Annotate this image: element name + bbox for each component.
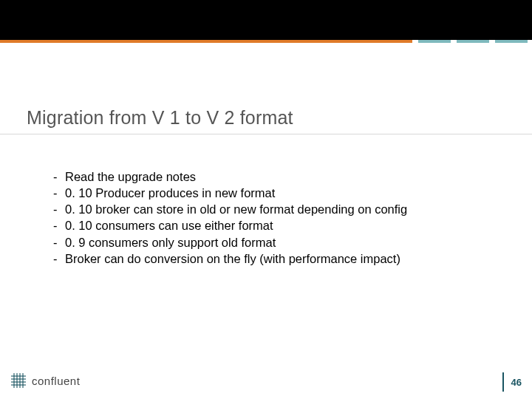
confluent-mark-icon (10, 372, 27, 389)
bullet-dash: - (53, 186, 65, 200)
page-number: 46 (511, 377, 522, 388)
bullet-dash: - (53, 236, 65, 250)
teal-segment (418, 40, 451, 43)
brand-logo-text: confluent (32, 375, 80, 387)
bullet-dash: - (53, 170, 65, 184)
slide-title: Migration from V 1 to V 2 format (27, 107, 293, 129)
list-item: - Broker can do conversion on the fly (w… (53, 251, 497, 266)
bullet-text: Broker can do conversion on the fly (wit… (65, 251, 400, 266)
list-item: - 0. 10 broker can store in old or new f… (53, 202, 497, 216)
orange-rule (0, 40, 412, 43)
teal-segment (495, 40, 528, 43)
bullet-dash: - (53, 219, 65, 233)
teal-segment (457, 40, 489, 43)
bullet-text: 0. 10 broker can store in old or new for… (65, 202, 407, 216)
list-item: - 0. 10 consumers can use either format (53, 218, 497, 233)
bullet-dash: - (53, 252, 65, 266)
bullet-text: 0. 9 consumers only support old format (65, 235, 276, 250)
brand-logo: confluent (10, 372, 80, 389)
title-underline (0, 134, 532, 134)
bullet-list: - Read the upgrade notes - 0. 10 Produce… (53, 169, 497, 267)
bullet-text: Read the upgrade notes (65, 169, 196, 184)
bullet-text: 0. 10 consumers can use either format (65, 218, 273, 233)
list-item: - Read the upgrade notes (53, 169, 497, 184)
bullet-dash: - (53, 202, 65, 216)
page-divider (502, 372, 504, 392)
slide: Migration from V 1 to V 2 format - Read … (0, 0, 532, 399)
footer: confluent 46 (0, 362, 532, 399)
page-number-block: 46 (502, 372, 522, 392)
list-item: - 0. 9 consumers only support old format (53, 235, 497, 250)
top-banner (0, 0, 532, 40)
list-item: - 0. 10 Producer produces in new format (53, 185, 497, 200)
bullet-text: 0. 10 Producer produces in new format (65, 185, 275, 200)
